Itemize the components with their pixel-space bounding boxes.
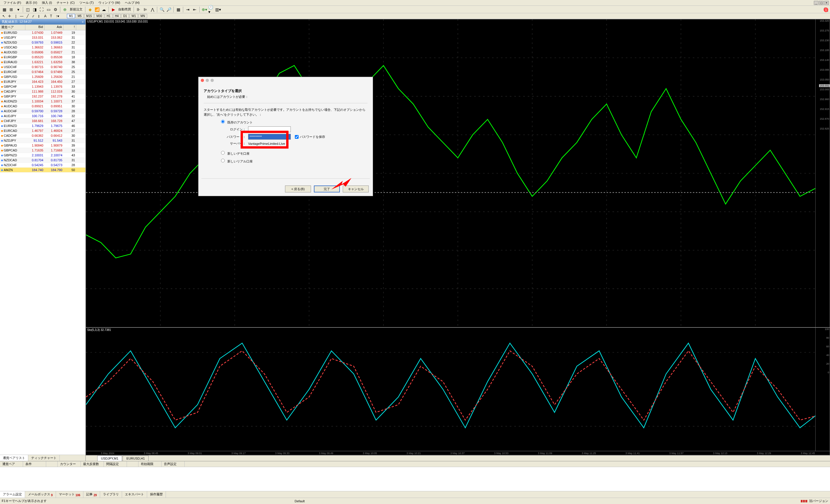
menu-insert[interactable]: 挿入 (I) [39,0,54,5]
tf-h4[interactable]: H4 [113,14,121,18]
tf-m30[interactable]: M30 [94,14,104,18]
tf-mn[interactable]: MN [138,14,147,18]
watch-row[interactable]: EURGBP0.855200.8553818 [0,55,86,60]
terminal-tab[interactable]: マーケット 106 [56,491,84,498]
crosshair-icon[interactable]: ✛ [7,13,12,19]
col-bid[interactable]: Bid [25,25,44,30]
tf-d1[interactable]: D1 [121,14,129,18]
watch-row[interactable]: AUDNZD1.100341.1007137 [0,99,86,104]
watch-row[interactable]: NZDCHF0.542450.5427328 [0,163,86,168]
watch-row[interactable]: GBPAUD1.908401.9087939 [0,143,86,148]
close-icon[interactable]: ✕ [824,1,829,5]
radio-live[interactable] [221,159,225,162]
cursor-icon[interactable]: ↖ [1,13,6,19]
candle-icon[interactable]: ⊫ [142,6,149,13]
terminal-icon[interactable]: ▭ [45,6,52,13]
arrows-icon[interactable]: ↑▾ [55,13,60,19]
watch-row[interactable]: EURCAD1.467971.4682427 [0,128,86,133]
maximize-icon[interactable]: ▢ [819,1,824,5]
tf-m5[interactable]: M5 [75,14,84,18]
watch-row[interactable]: AUDCHF0.597000.5972828 [0,109,86,114]
watch-row[interactable]: GBPUSD1.256091.2563021 [0,74,86,79]
terminal-tab[interactable]: エキスパート [122,491,147,498]
radio-existing[interactable] [221,120,225,124]
watch-row[interactable]: USDCHF0.907150.9074025 [0,65,86,69]
chart-tab-eurusd[interactable]: EURUSD,H1 [123,455,149,461]
chart-tab-usdjpy[interactable]: USDJPY,M1 [97,455,122,461]
text-icon[interactable]: A [43,13,48,19]
watch-row[interactable]: AUDUSD0.658060.6582721 [0,50,86,55]
zoom-out-icon[interactable]: 🔎 [166,6,172,13]
terminal-tab[interactable]: 操作履歴 [147,491,166,498]
line-chart-icon[interactable]: ⋀ [149,6,156,13]
watch-row[interactable]: NZDUSD0.597930.5981522 [0,40,86,45]
terminal-tab[interactable]: アラーム設定 [0,491,25,498]
cancel-button[interactable]: キャンセル [343,186,369,192]
data-icon[interactable]: ◨ [31,6,38,13]
bar-chart-icon[interactable]: ⊪ [135,6,142,13]
menu-chart[interactable]: チャート (C) [54,0,77,5]
tf-m15[interactable]: M15 [84,14,94,18]
col-spread[interactable]: ! [63,25,76,30]
watch-row[interactable]: AUDJPY100.716100.74832 [0,114,86,119]
new-order-icon[interactable]: ⊕ [62,6,68,13]
radio-demo[interactable] [221,151,225,155]
tf-h1[interactable]: H1 [105,14,113,18]
periods-icon[interactable]: 🕐▾ [208,6,214,13]
label-icon[interactable]: T [49,13,54,19]
fibo-icon[interactable]: ⫿ [36,13,41,19]
menu-view[interactable]: 表示 (V) [23,0,39,5]
minimize-icon[interactable]: _ [814,1,819,5]
watch-row[interactable]: EURNZD1.796291.7967546 [0,124,86,128]
watch-row[interactable]: NZDCAD0.817040.8173531 [0,158,86,163]
indicators-icon[interactable]: ⊕▾ [201,6,208,13]
login-input[interactable] [248,126,291,132]
watch-row[interactable]: CHFJPY168.681168.72847 [0,119,86,124]
watch-tab-tick[interactable]: ティックチャート [28,455,60,461]
watch-row[interactable]: GBPNZD2.100312.1007443 [0,153,86,158]
menu-file[interactable]: ファイル (F) [1,0,23,5]
menu-help[interactable]: ヘルプ (H) [123,0,142,5]
dropdown-icon[interactable]: ▾ [15,6,21,13]
watch-row[interactable]: USDJPY153.031153.06231 [0,35,86,40]
cloud-icon[interactable]: ☁ [101,6,107,13]
autotrading-icon[interactable]: ▶ [110,6,117,13]
terminal-body[interactable] [0,467,830,491]
terminal-tab[interactable]: ライブラリ [100,491,122,498]
market-watch-icon[interactable]: ◫ [25,6,31,13]
watch-row[interactable]: CADCHF0.663820.6641230 [0,133,86,138]
tile-icon[interactable]: ▦ [175,6,182,13]
tf-w1[interactable]: W1 [130,14,138,18]
profiles-icon[interactable]: ⊞ [8,6,14,13]
watch-row[interactable]: GBPCAD1.716351.7166833 [0,148,86,153]
save-password-checkbox[interactable] [295,135,298,139]
menu-window[interactable]: ウィンドウ (W) [96,0,123,5]
trendline-icon[interactable]: ╱ [25,13,30,19]
templates-icon[interactable]: ▥▾ [215,6,221,13]
watch-row[interactable]: AMZN184.740184.79050 [0,168,86,172]
vline-icon[interactable]: | [13,13,19,19]
watch-row[interactable]: EURCHF0.974640.9748925 [0,69,86,74]
shift-icon[interactable]: ⇤ [192,6,198,13]
watch-tab-symbols[interactable]: 通貨ペアリスト [0,455,28,461]
watch-row[interactable]: EURJPY164.423164.45027 [0,79,86,84]
watch-row[interactable]: CADJPY111.988112.01830 [0,89,86,94]
navigator-icon[interactable]: ⛶ [38,6,45,13]
market-watch-body[interactable]: EURUSD1.074301.0744919USDJPY153.031153.0… [0,30,86,455]
notification-badge[interactable]: 1 [824,7,828,12]
new-order-label[interactable]: 新規注文 [69,7,84,11]
password-input[interactable] [248,134,291,139]
watch-row[interactable]: GBPJPY192.237192.27841 [0,94,86,99]
watch-row[interactable]: GBPCHF1.139431.1397633 [0,84,86,89]
hline-icon[interactable]: — [19,13,24,19]
scroll-icon[interactable]: ⇥ [185,6,191,13]
terminal-tab[interactable]: メールボックス 9 [25,491,56,498]
signal-icon[interactable]: 📶 [94,6,100,13]
back-button[interactable]: < 戻る(B) [285,186,311,192]
watch-row[interactable]: NZDJPY91.51291.54331 [0,138,86,143]
stochastic-chart[interactable]: Sto(5,3,3) 32.7381 100806040200 [86,327,830,451]
watch-row[interactable]: EURAUD1.632211.6325938 [0,60,86,65]
meta-icon[interactable]: ◆ [87,6,93,13]
new-chart-icon[interactable]: ▦ [1,6,7,13]
done-button[interactable]: 完了 [314,186,340,192]
